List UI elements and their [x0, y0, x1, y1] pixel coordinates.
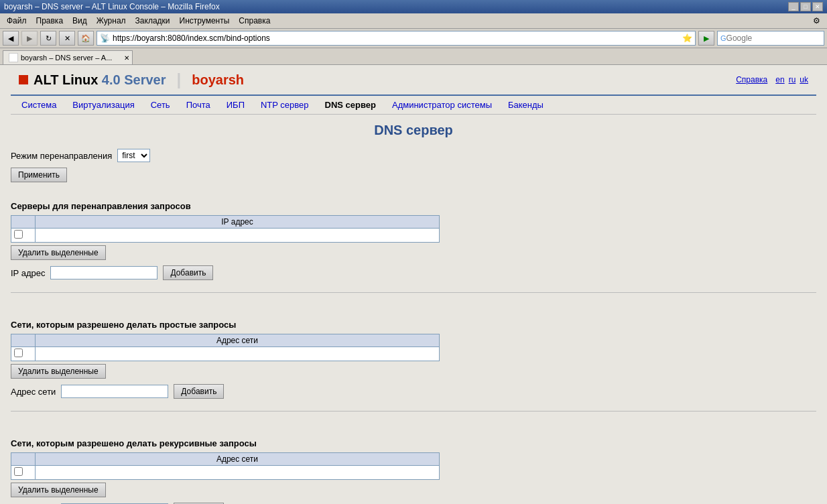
forwarding-mode-select[interactable]: first only [117, 149, 150, 162]
help-link[interactable]: Справка [736, 75, 767, 84]
simple-add-button[interactable]: Добавить [174, 384, 224, 399]
recursive-checkbox[interactable] [14, 467, 23, 476]
menu-tools[interactable]: Инструменты [176, 15, 234, 27]
menu-history[interactable]: Журнал [92, 15, 130, 27]
forward-servers-table: IP адрес [11, 215, 440, 243]
nav-ups[interactable]: ИБП [224, 99, 247, 111]
nav-network[interactable]: Сеть [148, 99, 173, 111]
minimize-button[interactable]: _ [788, 2, 799, 11]
menu-view[interactable]: Вид [68, 15, 91, 27]
maximize-button[interactable]: □ [800, 2, 811, 11]
simple-net-input[interactable] [61, 385, 168, 398]
menu-bookmarks[interactable]: Закладки [131, 15, 174, 27]
recursive-delete-button[interactable]: Удалить выделенные [11, 483, 106, 497]
home-button[interactable]: 🏠 [78, 31, 94, 46]
page-title: DNS сервер [11, 115, 816, 149]
forward-add-row: IP адрес Добавить [11, 265, 816, 280]
close-button[interactable]: ✕ [812, 2, 823, 11]
star-icon[interactable]: ⭐ [682, 34, 692, 43]
nav-virtualization[interactable]: Виртуализация [70, 99, 137, 111]
forward-delete-row: Удалить выделенные [11, 245, 816, 260]
apply-button[interactable]: Применить [11, 168, 67, 182]
menu-help[interactable]: Справка [235, 15, 274, 27]
simple-row-checkbox[interactable] [11, 347, 36, 361]
menu-edit[interactable]: Правка [32, 15, 68, 27]
nav-mail[interactable]: Почта [184, 99, 213, 111]
rss-icon: 📡 [100, 34, 110, 43]
forward-table-col-ip: IP адрес [36, 216, 440, 229]
simple-table-col-checkbox [11, 334, 36, 347]
forward-delete-button[interactable]: Удалить выделенные [11, 245, 106, 260]
tab-close-button[interactable]: ✕ [124, 54, 129, 62]
simple-checkbox[interactable] [14, 349, 23, 357]
forwarding-mode-label: Режим перенаправления [11, 151, 112, 161]
logo-version: 4.0 Server [102, 72, 166, 87]
recursive-table-col-net: Адрес сети [36, 453, 440, 466]
alt-header: ALT Linux 4.0 Server | boyarsh Справка e… [11, 65, 816, 96]
nav-backends[interactable]: Бакенды [505, 99, 546, 111]
recursive-delete-row: Удалить выделенные [11, 483, 816, 497]
simple-query-title: Сети, которым разрешено делать простые з… [11, 320, 816, 330]
tab-label: boyarsh – DNS server – A... [21, 54, 112, 62]
menu-file[interactable]: Файл [3, 15, 31, 27]
forward-row-ip [36, 229, 440, 243]
simple-delete-row: Удалить выделенные [11, 364, 816, 379]
forward-ip-input[interactable] [50, 266, 157, 279]
table-row [11, 466, 440, 480]
tab-dns[interactable]: boyarsh – DNS server – A... ✕ [3, 50, 133, 64]
forward-ip-label: IP адрес [11, 268, 45, 278]
forward-table-col-checkbox [11, 216, 36, 229]
recursive-table-col-checkbox [11, 453, 36, 466]
alt-logo: ALT Linux 4.0 Server | boyarsh [19, 70, 244, 89]
back-button[interactable]: ◀ [3, 31, 19, 46]
lang-uk[interactable]: uk [800, 75, 808, 84]
google-icon: G [720, 34, 726, 42]
search-bar: G 🔍 [717, 31, 824, 46]
browser-title: boyarsh – DNS server – ALT Linux Console… [4, 2, 220, 11]
nav-dns[interactable]: DNS сервер [322, 99, 379, 111]
logo-square [19, 75, 28, 84]
forward-button[interactable]: ▶ [21, 31, 38, 46]
logo-text: ALT Linux 4.0 Server [34, 72, 166, 88]
simple-query-section: Сети, которым разрешено делать простые з… [11, 320, 816, 412]
stop-button[interactable]: ✕ [59, 31, 75, 46]
settings-icon[interactable]: ⚙ [809, 15, 824, 27]
go-button[interactable]: ▶ [698, 31, 714, 46]
recursive-query-title: Сети, которым разрешено делать рекурсивн… [11, 438, 816, 448]
refresh-button[interactable]: ↻ [40, 31, 56, 46]
url-input[interactable] [113, 34, 680, 43]
forward-servers-section: Серверы для перенаправления запросов IP … [11, 201, 816, 293]
recursive-row-net [36, 466, 440, 480]
address-bar: 📡 ⭐ [97, 31, 696, 46]
recursive-row-checkbox[interactable] [11, 466, 36, 480]
forward-row-checkbox[interactable] [11, 229, 36, 243]
recursive-query-table: Адрес сети [11, 452, 440, 480]
tab-favicon [9, 53, 18, 62]
search-input[interactable] [726, 34, 827, 43]
nav-admin[interactable]: Администратор системы [389, 99, 495, 111]
main-content: ALT Linux 4.0 Server | boyarsh Справка e… [0, 65, 827, 504]
simple-net-label: Адрес сети [11, 387, 56, 397]
lang-ru[interactable]: ru [789, 75, 796, 84]
nav-sistema[interactable]: Система [19, 99, 59, 111]
hostname: boyarsh [192, 72, 244, 88]
simple-add-row: Адрес сети Добавить [11, 384, 816, 399]
table-row [11, 229, 440, 243]
nav-ntp[interactable]: NTP сервер [258, 99, 312, 111]
simple-row-net [36, 347, 440, 361]
browser-menubar: Файл Правка Вид Журнал Закладки Инструме… [0, 13, 827, 29]
forward-add-button[interactable]: Добавить [163, 265, 213, 280]
forward-servers-title: Серверы для перенаправления запросов [11, 201, 816, 211]
browser-toolbar: ◀ ▶ ↻ ✕ 🏠 📡 ⭐ ▶ G 🔍 [0, 29, 827, 48]
simple-table-col-net: Адрес сети [36, 334, 440, 347]
page-wrapper: ALT Linux 4.0 Server | boyarsh Справка e… [0, 65, 827, 504]
forward-checkbox[interactable] [14, 230, 23, 239]
simple-delete-button[interactable]: Удалить выделенные [11, 364, 106, 379]
header-right: Справка en ru uk [736, 75, 808, 84]
lang-en[interactable]: en [775, 75, 784, 84]
simple-query-table: Адрес сети [11, 334, 440, 361]
forwarding-mode-row: Режим перенаправления first only [11, 149, 816, 162]
logo-separator: | [176, 70, 181, 89]
tab-bar: boyarsh – DNS server – A... ✕ [0, 48, 827, 65]
table-row [11, 347, 440, 361]
